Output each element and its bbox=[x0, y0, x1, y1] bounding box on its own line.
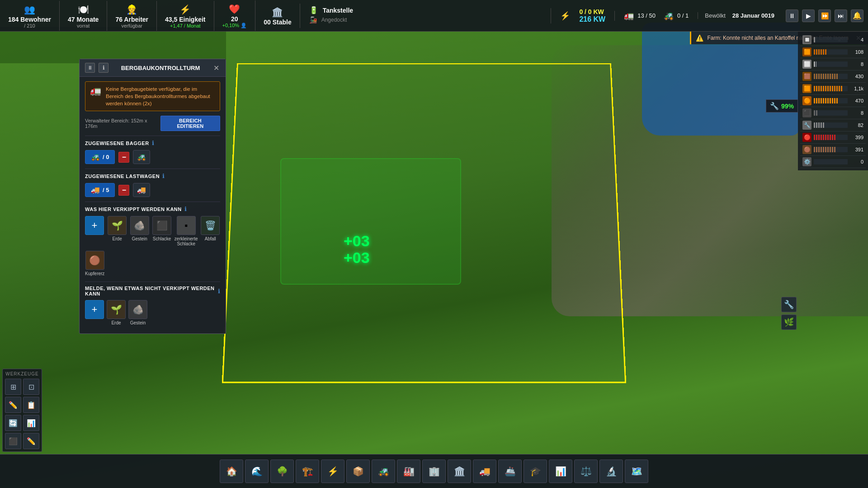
dump-info-icon[interactable]: ℹ bbox=[184, 206, 187, 212]
divider-3 bbox=[85, 202, 220, 202]
dump-item-kupfer[interactable]: 🟤 Kupfererz bbox=[85, 251, 104, 276]
res-val-7: 8 bbox=[850, 110, 863, 116]
bagger-btn[interactable]: 🚜 / 0 bbox=[85, 150, 115, 164]
toolbar-btn-2[interactable]: 🌊 bbox=[245, 460, 269, 483]
toolbar-btn-8[interactable]: 🏭 bbox=[397, 460, 420, 483]
tool-rotate-btn[interactable]: 🔄 bbox=[5, 415, 21, 431]
bottom-toolbar: 🏠 🌊 🌳 🏗️ ⚡ 📦 🚜 🏭 🏢 🏛️ 🚚 🚢 🎓 📊 ⚖️ 🔬 🗺️ bbox=[0, 454, 868, 488]
warning-truck-icon: 🚛 bbox=[90, 85, 101, 107]
repair-box: 🔧 99% bbox=[766, 99, 798, 113]
dump-item-gestein[interactable]: 🪨 Gestein bbox=[130, 216, 149, 246]
dump-item-abfall[interactable]: 🗑️ Abfall bbox=[201, 216, 220, 246]
dump-add-btn[interactable]: + bbox=[85, 216, 104, 235]
months-icon: 🍽️ bbox=[77, 3, 90, 16]
klein-schlacke-icon: ▪ bbox=[177, 216, 196, 235]
toolbar-btn-14[interactable]: 📊 bbox=[549, 460, 572, 483]
toolbar-btn-15[interactable]: ⚖️ bbox=[574, 460, 598, 483]
res-val-10: 391 bbox=[850, 147, 863, 152]
power-current: 0 / 0 KW bbox=[579, 8, 605, 15]
terrain-numbers: +03+03 bbox=[344, 233, 370, 267]
tool-layers-btn[interactable]: ⬛ bbox=[5, 433, 21, 449]
res-icon-2: 🟧 bbox=[802, 47, 811, 56]
res-icon-8: 🔧 bbox=[802, 121, 811, 130]
play-btn[interactable]: ▶ bbox=[802, 9, 815, 22]
tool-copy-btn[interactable]: 📋 bbox=[23, 397, 39, 413]
toolbar-btn-10[interactable]: 🏛️ bbox=[448, 460, 471, 483]
res-row-5: 🟧 1,1k bbox=[800, 83, 866, 95]
res-row-7: ⬛ 8 bbox=[800, 107, 866, 119]
toolbar-btn-3[interactable]: 🌳 bbox=[270, 460, 294, 483]
lastwagen-add-icon[interactable]: 🚚 bbox=[133, 183, 150, 197]
panel-info-btn[interactable]: ℹ bbox=[99, 63, 108, 73]
panel-pause-btn[interactable]: ⏸ bbox=[85, 63, 95, 73]
dump-item-klein-schlacke[interactable]: ▪ zerkleinerte Schlacke bbox=[175, 216, 198, 246]
toolbar-btn-5[interactable]: ⚡ bbox=[321, 460, 344, 483]
residents-sub: / 210 bbox=[24, 23, 35, 28]
toolbar-btn-1[interactable]: 🏠 bbox=[220, 460, 243, 483]
no-dump-gestein-icon: 🪨 bbox=[128, 300, 147, 319]
divider-2 bbox=[85, 169, 220, 169]
res-bar-11 bbox=[814, 159, 848, 164]
res-bar-5 bbox=[814, 86, 848, 91]
klein-schlacke-label: zerkleinerte Schlacke bbox=[175, 236, 198, 246]
fastest-btn[interactable]: ⏭ bbox=[835, 9, 847, 22]
lastwagen-info-icon[interactable]: ℹ bbox=[162, 173, 165, 179]
bagger-label: ZUGEWIESENE BAGGER bbox=[85, 141, 149, 146]
no-dump-gestein-label: Gestein bbox=[130, 320, 146, 325]
divider-4 bbox=[85, 282, 220, 282]
toolbar-btn-9[interactable]: 🏢 bbox=[422, 460, 446, 483]
lastwagen-btn[interactable]: 🚚 / 5 bbox=[85, 183, 115, 197]
toolbar-btn-12[interactable]: 🚢 bbox=[498, 460, 522, 483]
toolbar-btn-6[interactable]: 📦 bbox=[346, 460, 370, 483]
stable-icon: 🏛️ bbox=[271, 6, 284, 19]
toolbar-btn-16[interactable]: 🔬 bbox=[599, 460, 623, 483]
bagger-add-icon[interactable]: 🚜 bbox=[133, 150, 150, 164]
hud-controls: ⏸ ▶ ⏩ ⏭ 🔔 bbox=[781, 9, 868, 22]
tool-select-btn[interactable]: ⊞ bbox=[5, 379, 21, 395]
fast-btn[interactable]: ⏩ bbox=[818, 9, 831, 22]
dump-header: WAS HIER VERKIPPT WERDEN KANN ℹ bbox=[85, 206, 220, 212]
tool-edit-btn[interactable]: ✏️ bbox=[23, 433, 39, 449]
dump-grid: + 🌱 Erde 🪨 Gestein ⬛ Schlacke ▪ zerklein… bbox=[85, 216, 220, 246]
tool-chart-btn[interactable]: 📊 bbox=[23, 415, 39, 431]
no-dump-gestein[interactable]: 🪨 Gestein bbox=[128, 300, 147, 325]
bagger-minus-btn[interactable]: − bbox=[118, 152, 129, 163]
lastwagen-row: 🚚 / 5 − 🚚 bbox=[85, 183, 220, 197]
abfall-label: Abfall bbox=[205, 236, 216, 241]
pause-btn[interactable]: ⏸ bbox=[786, 9, 798, 22]
dump-item-erde[interactable]: 🌱 Erde bbox=[107, 216, 127, 246]
no-dump-erde[interactable]: 🌱 Erde bbox=[107, 300, 126, 325]
res-val-2: 108 bbox=[850, 49, 863, 55]
tool-move-btn[interactable]: ⊡ bbox=[23, 379, 39, 395]
toolbar-btn-4[interactable]: 🏗️ bbox=[296, 460, 319, 483]
docked-icon: 🚂 bbox=[309, 16, 317, 23]
res-icon-6: 🟠 bbox=[802, 96, 811, 105]
warning-box: 🚛 Keine Bergbaugebiete verfügbar, die im… bbox=[85, 81, 220, 111]
tool-pen-btn[interactable]: ✏️ bbox=[5, 397, 21, 413]
erde-icon: 🌱 bbox=[108, 216, 127, 235]
res-bar-6 bbox=[814, 98, 848, 103]
res-row-9: 🔴 399 bbox=[800, 131, 866, 144]
panel-close-btn[interactable]: ✕ bbox=[212, 64, 220, 72]
toolbar-btn-13[interactable]: 🎓 bbox=[524, 460, 547, 483]
toolbar-btn-7[interactable]: 🚜 bbox=[372, 460, 395, 483]
edit-area-btn[interactable]: BEREICH EDITIEREN bbox=[160, 116, 220, 131]
toolbar-btn-17[interactable]: 🗺️ bbox=[625, 460, 648, 483]
bagger-info-icon[interactable]: ℹ bbox=[152, 140, 154, 146]
lastwagen-count: / 5 bbox=[103, 187, 109, 193]
date-text: 28 Januar 0019 bbox=[732, 12, 774, 19]
lastwagen-minus-btn[interactable]: − bbox=[118, 185, 129, 196]
kupfer-label: Kupfererz bbox=[85, 271, 104, 276]
no-dump-info-icon[interactable]: ℹ bbox=[218, 288, 220, 295]
right-tool-1[interactable]: 🔧 bbox=[781, 297, 797, 312]
other-vehicle-icon: 🚜 bbox=[664, 11, 674, 21]
toolbar-btn-11[interactable]: 🚚 bbox=[473, 460, 496, 483]
months-sub: vorrat bbox=[77, 23, 90, 28]
bell-btn[interactable]: 🔔 bbox=[851, 9, 863, 22]
dump-item-schlacke[interactable]: ⬛ Schlacke bbox=[152, 216, 171, 246]
unity-change: +1,47 / Monat bbox=[170, 23, 201, 28]
res-bar-7 bbox=[814, 110, 848, 116]
stat-stable: 🏛️ 00 Stable bbox=[255, 4, 300, 28]
right-tool-2[interactable]: 🌿 bbox=[781, 314, 797, 330]
no-dump-add-btn[interactable]: + bbox=[85, 300, 104, 319]
